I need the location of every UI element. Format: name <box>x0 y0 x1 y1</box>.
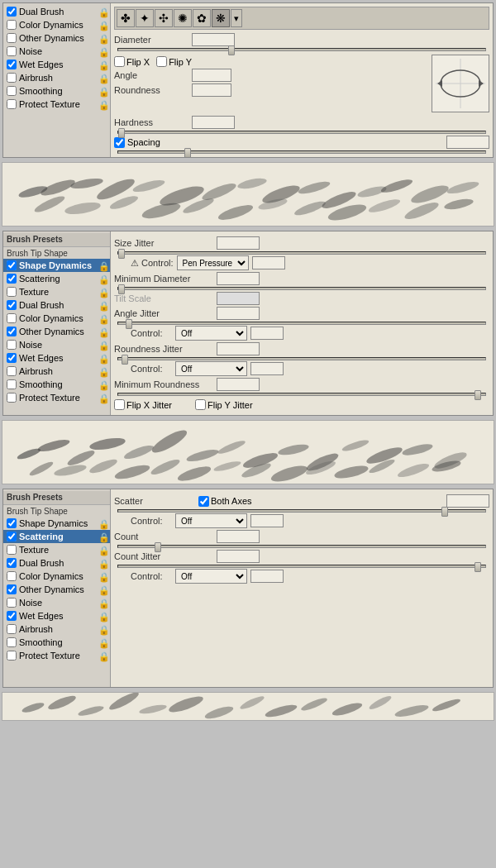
airbrush-checkbox[interactable] <box>7 73 17 83</box>
texture-checkbox-3[interactable] <box>7 545 17 555</box>
both-axes-checkbox[interactable] <box>198 496 209 507</box>
sidebar-item-noise[interactable]: Noise 🔒 <box>3 45 110 58</box>
spacing-thumb[interactable] <box>184 148 191 158</box>
tip-icon-6[interactable]: ❋ <box>212 9 230 27</box>
airbrush-checkbox-3[interactable] <box>7 624 17 634</box>
flip-y-checkbox[interactable] <box>156 56 167 67</box>
sidebar-item-shape-dynamics-3[interactable]: Shape Dynamics 🔒 <box>3 517 110 530</box>
spacing-checkbox[interactable] <box>114 137 125 148</box>
size-jitter-control-select[interactable]: Pen Pressure Off Fade Pen Tilt Stylus Wh… <box>177 255 249 270</box>
flip-y-jitter-label[interactable]: Flip Y Jitter <box>195 399 253 410</box>
sidebar-item-color-dynamics[interactable]: Color Dynamics 🔒 <box>3 18 110 31</box>
count-input[interactable]: 2 <box>217 530 260 543</box>
flip-y-label[interactable]: Flip Y <box>156 56 192 67</box>
flip-x-jitter-label[interactable]: Flip X Jitter <box>114 399 172 410</box>
scatter-input[interactable]: 687% <box>446 494 489 508</box>
tip-icon-4[interactable]: ✺ <box>174 9 192 27</box>
sidebar-item-shape-dynamics-2[interactable]: Shape Dynamics 🔒 <box>3 259 110 272</box>
smoothing-checkbox[interactable] <box>7 86 17 96</box>
sidebar-item-scattering-2[interactable]: Scattering 🔒 <box>3 272 110 285</box>
diameter-slider[interactable] <box>117 48 486 51</box>
other-dynamics-checkbox[interactable] <box>7 33 17 43</box>
min-diameter-slider[interactable] <box>117 287 486 290</box>
sidebar-item-airbrush-2[interactable]: Airbrush 🔒 <box>3 365 110 378</box>
sidebar-item-smoothing-2[interactable]: Smoothing 🔒 <box>3 378 110 391</box>
sidebar-item-protect-texture-2[interactable]: Protect Texture 🔒 <box>3 391 110 404</box>
sidebar-item-wet-edges-3[interactable]: Wet Edges 🔒 <box>3 609 110 622</box>
color-dynamics-checkbox-3[interactable] <box>7 571 17 581</box>
hardness-thumb[interactable] <box>118 128 125 138</box>
sidebar-item-other-dynamics-2[interactable]: Other Dynamics 🔒 <box>3 325 110 338</box>
size-jitter-control-input[interactable] <box>252 256 285 269</box>
angle-jitter-thumb[interactable] <box>126 319 132 329</box>
sidebar-item-noise-3[interactable]: Noise 🔒 <box>3 596 110 609</box>
color-dynamics-checkbox[interactable] <box>7 20 17 30</box>
noise-checkbox[interactable] <box>7 46 17 56</box>
tip-icon-2[interactable]: ✦ <box>136 9 154 27</box>
angle-jitter-slider[interactable] <box>117 322 486 325</box>
texture-checkbox-2[interactable] <box>7 287 17 297</box>
sidebar-item-noise-2[interactable]: Noise 🔒 <box>3 338 110 351</box>
sidebar-item-protect-texture[interactable]: Protect Texture 🔒 <box>3 98 110 111</box>
sidebar-item-other-dynamics-3[interactable]: Other Dynamics 🔒 <box>3 583 110 596</box>
roundness-jitter-control-input[interactable] <box>250 362 284 375</box>
flip-x-jitter-checkbox[interactable] <box>114 399 125 410</box>
sidebar-item-dual-brush-3[interactable]: Dual Brush 🔒 <box>3 556 110 570</box>
sidebar-item-wet-edges[interactable]: Wet Edges 🔒 <box>3 58 110 71</box>
diameter-thumb[interactable] <box>228 45 235 55</box>
noise-checkbox-2[interactable] <box>7 340 17 350</box>
angle-jitter-input[interactable]: 2% <box>217 307 260 320</box>
sidebar-item-smoothing-3[interactable]: Smoothing 🔒 <box>3 636 110 649</box>
wet-edges-checkbox-3[interactable] <box>7 611 17 621</box>
hardness-slider[interactable] <box>117 131 486 134</box>
sidebar-item-texture-3[interactable]: Texture 🔒 <box>3 543 110 556</box>
size-jitter-thumb[interactable] <box>118 249 125 259</box>
count-jitter-slider[interactable] <box>117 565 486 568</box>
sidebar-item-dual-brush-2[interactable]: Dual Brush 🔒 <box>3 298 110 312</box>
min-diameter-input[interactable]: 0% <box>217 272 260 285</box>
min-roundness-input[interactable]: 100% <box>217 378 260 391</box>
scatter-control-input[interactable] <box>250 514 284 527</box>
sidebar-item-wet-edges-2[interactable]: Wet Edges 🔒 <box>3 351 110 365</box>
dual-brush-checkbox-2[interactable] <box>7 300 17 310</box>
angle-jitter-control-select[interactable]: Off Pen Pressure Fade <box>175 326 247 341</box>
count-jitter-thumb[interactable] <box>475 562 481 572</box>
hardness-input[interactable]: 0% <box>192 116 235 129</box>
shape-dynamics-checkbox-2[interactable] <box>7 260 17 270</box>
tip-icon-arrow[interactable]: ▾ <box>231 9 242 27</box>
flip-x-checkbox[interactable] <box>114 56 125 67</box>
sidebar-item-color-dynamics-3[interactable]: Color Dynamics 🔒 <box>3 570 110 583</box>
noise-checkbox-3[interactable] <box>7 598 17 608</box>
roundness-jitter-slider[interactable] <box>117 357 486 360</box>
scatter-thumb[interactable] <box>441 507 448 517</box>
spacing-slider[interactable] <box>117 150 486 154</box>
smoothing-checkbox-2[interactable] <box>7 379 17 389</box>
scatter-control-select[interactable]: Off Pen Pressure Fade <box>175 513 247 528</box>
both-axes-label[interactable]: Both Axes <box>198 496 252 507</box>
sidebar-item-scattering-3[interactable]: Scattering 🔒 <box>3 530 110 543</box>
dual-brush-checkbox[interactable] <box>7 7 17 17</box>
angle-jitter-control-input[interactable] <box>250 327 284 340</box>
flip-y-jitter-checkbox[interactable] <box>195 399 206 410</box>
tip-icon-5[interactable]: ✿ <box>193 9 211 27</box>
scattering-checkbox-3[interactable] <box>7 532 17 541</box>
wet-edges-checkbox[interactable] <box>7 60 17 69</box>
count-slider[interactable] <box>117 545 486 548</box>
min-diameter-thumb[interactable] <box>118 284 125 294</box>
spacing-checkbox-label[interactable]: Spacing <box>114 137 160 148</box>
count-jitter-input[interactable]: 100% <box>217 550 260 563</box>
flip-x-label[interactable]: Flip X <box>114 56 150 67</box>
min-roundness-thumb[interactable] <box>475 390 481 400</box>
smoothing-checkbox-3[interactable] <box>7 637 17 647</box>
roundness-jitter-input[interactable]: 1% <box>217 342 260 355</box>
angle-input[interactable]: 0° <box>192 69 231 82</box>
other-dynamics-checkbox-2[interactable] <box>7 327 17 336</box>
protect-texture-checkbox-2[interactable] <box>7 393 17 403</box>
roundness-jitter-control-select[interactable]: Off Pen Pressure Fade <box>175 361 247 376</box>
sidebar-item-dual-brush[interactable]: Dual Brush 🔒 <box>3 5 110 18</box>
scatter-slider[interactable] <box>117 509 486 513</box>
sidebar-item-airbrush[interactable]: Airbrush 🔒 <box>3 71 110 84</box>
tip-icon-3[interactable]: ✣ <box>155 9 173 27</box>
scattering-checkbox-2[interactable] <box>7 274 17 284</box>
tip-icon-1[interactable]: ✤ <box>117 9 135 27</box>
